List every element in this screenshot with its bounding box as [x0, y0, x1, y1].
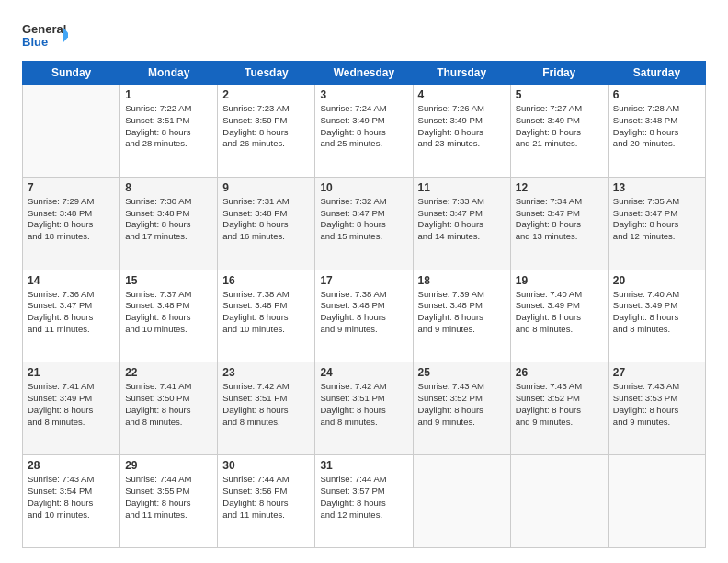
day-info: Sunrise: 7:26 AM Sunset: 3:49 PM Dayligh… — [418, 103, 506, 150]
day-number: 3 — [320, 88, 407, 101]
day-number: 29 — [125, 459, 212, 472]
day-number: 4 — [418, 88, 506, 101]
day-info: Sunrise: 7:43 AM Sunset: 3:53 PM Dayligh… — [613, 381, 700, 428]
calendar-cell: 23Sunrise: 7:42 AM Sunset: 3:51 PM Dayli… — [218, 362, 315, 455]
day-header-sunday: Sunday — [23, 62, 120, 85]
calendar-cell: 17Sunrise: 7:38 AM Sunset: 3:48 PM Dayli… — [315, 270, 413, 362]
calendar-cell: 13Sunrise: 7:35 AM Sunset: 3:47 PM Dayli… — [608, 177, 705, 270]
calendar-cell: 30Sunrise: 7:44 AM Sunset: 3:56 PM Dayli… — [218, 455, 315, 548]
calendar-cell: 18Sunrise: 7:39 AM Sunset: 3:48 PM Dayli… — [413, 270, 510, 362]
calendar-cell: 21Sunrise: 7:41 AM Sunset: 3:49 PM Dayli… — [23, 362, 120, 455]
day-info: Sunrise: 7:35 AM Sunset: 3:47 PM Dayligh… — [613, 196, 700, 243]
day-number: 1 — [125, 88, 212, 101]
day-info: Sunrise: 7:24 AM Sunset: 3:49 PM Dayligh… — [320, 103, 407, 150]
day-header-wednesday: Wednesday — [315, 62, 413, 85]
calendar-cell — [608, 455, 705, 548]
header-row: SundayMondayTuesdayWednesdayThursdayFrid… — [23, 62, 706, 85]
calendar-cell: 26Sunrise: 7:43 AM Sunset: 3:52 PM Dayli… — [510, 362, 608, 455]
calendar-cell: 31Sunrise: 7:44 AM Sunset: 3:57 PM Dayli… — [315, 455, 413, 548]
day-info: Sunrise: 7:29 AM Sunset: 3:48 PM Dayligh… — [28, 196, 115, 243]
day-number: 18 — [418, 274, 506, 287]
day-number: 24 — [320, 366, 407, 379]
day-info: Sunrise: 7:30 AM Sunset: 3:48 PM Dayligh… — [125, 196, 212, 243]
calendar-cell: 8Sunrise: 7:30 AM Sunset: 3:48 PM Daylig… — [120, 177, 218, 270]
day-info: Sunrise: 7:34 AM Sunset: 3:47 PM Dayligh… — [516, 196, 603, 243]
day-info: Sunrise: 7:38 AM Sunset: 3:48 PM Dayligh… — [320, 289, 407, 336]
day-info: Sunrise: 7:44 AM Sunset: 3:56 PM Dayligh… — [222, 474, 310, 521]
day-number: 10 — [320, 181, 407, 194]
day-info: Sunrise: 7:33 AM Sunset: 3:47 PM Dayligh… — [418, 196, 506, 243]
calendar-cell: 11Sunrise: 7:33 AM Sunset: 3:47 PM Dayli… — [413, 177, 510, 270]
day-number: 25 — [418, 366, 506, 379]
day-number: 21 — [28, 366, 115, 379]
day-info: Sunrise: 7:22 AM Sunset: 3:51 PM Dayligh… — [125, 103, 212, 150]
calendar-cell: 2Sunrise: 7:23 AM Sunset: 3:50 PM Daylig… — [218, 85, 315, 178]
day-info: Sunrise: 7:37 AM Sunset: 3:48 PM Dayligh… — [125, 289, 212, 336]
day-info: Sunrise: 7:38 AM Sunset: 3:48 PM Dayligh… — [222, 289, 310, 336]
day-header-monday: Monday — [120, 62, 218, 85]
day-number: 30 — [222, 459, 310, 472]
day-number: 13 — [613, 181, 700, 194]
calendar-cell: 5Sunrise: 7:27 AM Sunset: 3:49 PM Daylig… — [510, 85, 608, 178]
day-number: 17 — [320, 274, 407, 287]
day-number: 12 — [516, 181, 603, 194]
calendar-cell — [23, 85, 120, 178]
week-row-5: 28Sunrise: 7:43 AM Sunset: 3:54 PM Dayli… — [23, 455, 706, 548]
page: General Blue SundayMondayTuesdayWednesda… — [0, 0, 728, 563]
day-info: Sunrise: 7:42 AM Sunset: 3:51 PM Dayligh… — [320, 381, 407, 428]
day-info: Sunrise: 7:28 AM Sunset: 3:48 PM Dayligh… — [613, 103, 700, 150]
svg-text:General: General — [22, 22, 66, 36]
day-number: 2 — [222, 88, 310, 101]
day-info: Sunrise: 7:43 AM Sunset: 3:54 PM Dayligh… — [28, 474, 115, 521]
week-row-2: 7Sunrise: 7:29 AM Sunset: 3:48 PM Daylig… — [23, 177, 706, 270]
calendar-cell: 7Sunrise: 7:29 AM Sunset: 3:48 PM Daylig… — [23, 177, 120, 270]
calendar-cell: 24Sunrise: 7:42 AM Sunset: 3:51 PM Dayli… — [315, 362, 413, 455]
day-number: 11 — [418, 181, 506, 194]
day-info: Sunrise: 7:43 AM Sunset: 3:52 PM Dayligh… — [516, 381, 603, 428]
day-number: 22 — [125, 366, 212, 379]
day-info: Sunrise: 7:41 AM Sunset: 3:50 PM Dayligh… — [125, 381, 212, 428]
day-number: 28 — [28, 459, 115, 472]
calendar-cell: 4Sunrise: 7:26 AM Sunset: 3:49 PM Daylig… — [413, 85, 510, 178]
day-info: Sunrise: 7:32 AM Sunset: 3:47 PM Dayligh… — [320, 196, 407, 243]
calendar-cell: 15Sunrise: 7:37 AM Sunset: 3:48 PM Dayli… — [120, 270, 218, 362]
day-info: Sunrise: 7:41 AM Sunset: 3:49 PM Dayligh… — [28, 381, 115, 428]
calendar-cell: 28Sunrise: 7:43 AM Sunset: 3:54 PM Dayli… — [23, 455, 120, 548]
calendar-cell: 19Sunrise: 7:40 AM Sunset: 3:49 PM Dayli… — [510, 270, 608, 362]
logo-svg: General Blue — [22, 18, 68, 52]
calendar-cell: 12Sunrise: 7:34 AM Sunset: 3:47 PM Dayli… — [510, 177, 608, 270]
day-number: 23 — [222, 366, 310, 379]
day-info: Sunrise: 7:40 AM Sunset: 3:49 PM Dayligh… — [613, 289, 700, 336]
calendar-cell: 16Sunrise: 7:38 AM Sunset: 3:48 PM Dayli… — [218, 270, 315, 362]
calendar-cell: 9Sunrise: 7:31 AM Sunset: 3:48 PM Daylig… — [218, 177, 315, 270]
day-number: 20 — [613, 274, 700, 287]
day-number: 27 — [613, 366, 700, 379]
day-number: 8 — [125, 181, 212, 194]
day-number: 16 — [222, 274, 310, 287]
day-number: 5 — [516, 88, 603, 101]
day-info: Sunrise: 7:40 AM Sunset: 3:49 PM Dayligh… — [516, 289, 603, 336]
svg-text:Blue: Blue — [22, 35, 48, 49]
day-info: Sunrise: 7:23 AM Sunset: 3:50 PM Dayligh… — [222, 103, 310, 150]
week-row-4: 21Sunrise: 7:41 AM Sunset: 3:49 PM Dayli… — [23, 362, 706, 455]
calendar-cell: 1Sunrise: 7:22 AM Sunset: 3:51 PM Daylig… — [120, 85, 218, 178]
day-number: 14 — [28, 274, 115, 287]
day-number: 31 — [320, 459, 407, 472]
calendar-table: SundayMondayTuesdayWednesdayThursdayFrid… — [22, 61, 706, 548]
day-info: Sunrise: 7:43 AM Sunset: 3:52 PM Dayligh… — [418, 381, 506, 428]
day-header-thursday: Thursday — [413, 62, 510, 85]
day-number: 6 — [613, 88, 700, 101]
day-info: Sunrise: 7:44 AM Sunset: 3:55 PM Dayligh… — [125, 474, 212, 521]
day-header-tuesday: Tuesday — [218, 62, 315, 85]
day-number: 15 — [125, 274, 212, 287]
calendar-cell: 25Sunrise: 7:43 AM Sunset: 3:52 PM Dayli… — [413, 362, 510, 455]
day-info: Sunrise: 7:31 AM Sunset: 3:48 PM Dayligh… — [222, 196, 310, 243]
calendar-cell — [510, 455, 608, 548]
day-info: Sunrise: 7:44 AM Sunset: 3:57 PM Dayligh… — [320, 474, 407, 521]
calendar-cell: 22Sunrise: 7:41 AM Sunset: 3:50 PM Dayli… — [120, 362, 218, 455]
calendar-cell: 20Sunrise: 7:40 AM Sunset: 3:49 PM Dayli… — [608, 270, 705, 362]
day-info: Sunrise: 7:27 AM Sunset: 3:49 PM Dayligh… — [516, 103, 603, 150]
day-info: Sunrise: 7:42 AM Sunset: 3:51 PM Dayligh… — [222, 381, 310, 428]
calendar-cell: 6Sunrise: 7:28 AM Sunset: 3:48 PM Daylig… — [608, 85, 705, 178]
header: General Blue — [22, 18, 706, 52]
